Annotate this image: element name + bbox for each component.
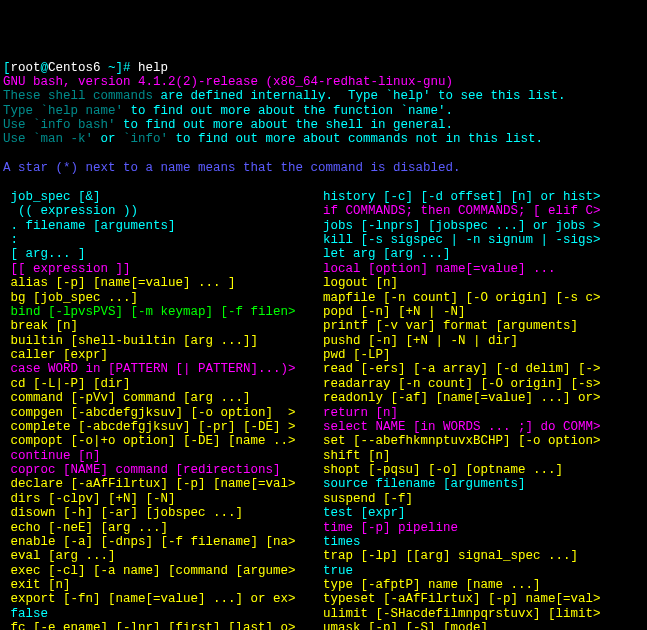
help-row: complete [-abcdefgjksuv] [-pr] [-DE] >se… [3,420,644,434]
help-item-right: ulimit [-SHacdefilmnpqrstuvx] [limit> [323,607,644,621]
help-row: eval [arg ...]trap [-lp] [[arg] signal_s… [3,549,644,563]
help-item-left: exit [n] [3,578,323,592]
help-item-right: umask [-p] [-S] [mode] [323,621,644,630]
help-row: declare [-aAfFilrtux] [-p] [name[=val>so… [3,477,644,491]
prompt-line: [root@Centos6 ~]# help [3,61,168,75]
help-item-right: logout [n] [323,276,644,290]
user: root [11,61,41,75]
help-item-left: [ arg... ] [3,247,323,261]
help-item-right: typeset [-aAfFilrtux] [-p] name[=val> [323,592,644,606]
help-row: alias [-p] [name[=value] ... ]logout [n] [3,276,644,290]
help-item-right: test [expr] [323,506,644,520]
help-item-left: disown [-h] [-ar] [jobspec ...] [3,506,323,520]
help-item-right: time [-p] pipeline [323,521,644,535]
help-row: caller [expr]pwd [-LP] [3,348,644,362]
help-item-right: history [-c] [-d offset] [n] or hist> [323,190,644,204]
help-item-left: coproc [NAME] command [redirections] [3,463,323,477]
help-item-right: readarray [-n count] [-O origin] [-s> [323,377,644,391]
help-row: coproc [NAME] command [redirections]shop… [3,463,644,477]
help-item-left: cd [-L|-P] [dir] [3,377,323,391]
help-row: [[ expression ]]local [option] name[=val… [3,262,644,276]
command-text: help [138,61,168,75]
help-item-right: jobs [-lnprs] [jobspec ...] or jobs > [323,219,644,233]
terminal[interactable]: [root@Centos6 ~]# help GNU bash, version… [3,61,644,631]
help-row: disown [-h] [-ar] [jobspec ...]test [exp… [3,506,644,520]
help-item-right: pwd [-LP] [323,348,644,362]
help-item-right: type [-afptP] name [name ...] [323,578,644,592]
help-row: bg [job_spec ...]mapfile [-n count] [-O … [3,291,644,305]
help-item-left: fc [-e ename] [-lnr] [first] [last] o> [3,621,323,630]
version-line: GNU bash, version 4.1.2(2)-release (x86_… [3,75,453,89]
help-row: echo [-neE] [arg ...]time [-p] pipeline [3,521,644,535]
help-item-left: echo [-neE] [arg ...] [3,521,323,535]
help-item-left: complete [-abcdefgjksuv] [-pr] [-DE] > [3,420,323,434]
help-row: enable [-a] [-dnps] [-f filename] [na>ti… [3,535,644,549]
help-row: fc [-e ename] [-lnr] [first] [last] o>um… [3,621,644,630]
help-item-right: readonly [-af] [name[=value] ...] or> [323,391,644,405]
help-item-right: select NAME [in WORDS ... ;] do COMM> [323,420,644,434]
help-item-right: printf [-v var] format [arguments] [323,319,644,333]
help-item-right: pushd [-n] [+N | -N | dir] [323,334,644,348]
host: Centos6 [48,61,101,75]
help-item-left: command [-pVv] command [arg ...] [3,391,323,405]
help-item-right: trap [-lp] [[arg] signal_spec ...] [323,549,644,563]
help-item-left: bg [job_spec ...] [3,291,323,305]
help-row: builtin [shell-builtin [arg ...]]pushd [… [3,334,644,348]
help-row: command [-pVv] command [arg ...]readonly… [3,391,644,405]
help-item-left: . filename [arguments] [3,219,323,233]
help-item-left: continue [n] [3,449,323,463]
help-row: exec [-cl] [-a name] [command [argume>tr… [3,564,644,578]
help-item-left: export [-fn] [name[=value] ...] or ex> [3,592,323,606]
help-item-right: times [323,535,644,549]
help-row: [ arg... ]let arg [arg ...] [3,247,644,261]
help-row: export [-fn] [name[=value] ...] or ex>ty… [3,592,644,606]
help-item-left: : [3,233,323,247]
help-item-left: builtin [shell-builtin [arg ...]] [3,334,323,348]
help-row: case WORD in [PATTERN [| PATTERN]...)>re… [3,362,644,376]
help-item-left: compopt [-o|+o option] [-DE] [name ..> [3,434,323,448]
help-item-right: let arg [arg ...] [323,247,644,261]
help-item-left: caller [expr] [3,348,323,362]
help-item-right: mapfile [-n count] [-O origin] [-s c> [323,291,644,305]
help-item-right: local [option] name[=value] ... [323,262,644,276]
help-row: falseulimit [-SHacdefilmnpqrstuvx] [limi… [3,607,644,621]
help-item-left: exec [-cl] [-a name] [command [argume> [3,564,323,578]
help-item-left: compgen [-abcdefgjksuv] [-o option] > [3,406,323,420]
help-item-right: true [323,564,644,578]
help-row: cd [-L|-P] [dir]readarray [-n count] [-O… [3,377,644,391]
help-item-left: [[ expression ]] [3,262,323,276]
help-item-right: kill [-s sigspec | -n signum | -sigs> [323,233,644,247]
help-row: job_spec [&]history [-c] [-d offset] [n]… [3,190,644,204]
help-row: exit [n]type [-afptP] name [name ...] [3,578,644,592]
help-item-right: shift [n] [323,449,644,463]
help-item-left: bind [-lpvsPVS] [-m keymap] [-f filen> [3,305,323,319]
help-row: break [n]printf [-v var] format [argumen… [3,319,644,333]
help-row: compgen [-abcdefgjksuv] [-o option] >ret… [3,406,644,420]
help-item-left: declare [-aAfFilrtux] [-p] [name[=val> [3,477,323,491]
help-item-left: (( expression )) [3,204,323,218]
help-row: (( expression ))if COMMANDS; then COMMAN… [3,204,644,218]
help-item-left: alias [-p] [name[=value] ... ] [3,276,323,290]
help-item-left: eval [arg ...] [3,549,323,563]
help-item-left: dirs [-clpv] [+N] [-N] [3,492,323,506]
star-note: A star (*) next to a name means that the… [3,161,461,175]
help-item-right: read [-ers] [-a array] [-d delim] [-> [323,362,644,376]
help-item-right: source filename [arguments] [323,477,644,491]
help-item-left: job_spec [&] [3,190,323,204]
help-item-left: enable [-a] [-dnps] [-f filename] [na> [3,535,323,549]
help-item-right: if COMMANDS; then COMMANDS; [ elif C> [323,204,644,218]
help-item-right: suspend [-f] [323,492,644,506]
help-item-right: popd [-n] [+N | -N] [323,305,644,319]
help-item-right: return [n] [323,406,644,420]
help-item-right: set [--abefhkmnptuvxBCHP] [-o option> [323,434,644,448]
help-item-left: case WORD in [PATTERN [| PATTERN]...)> [3,362,323,376]
help-row: bind [-lpvsPVS] [-m keymap] [-f filen>po… [3,305,644,319]
help-columns: job_spec [&]history [-c] [-d offset] [n]… [3,190,644,630]
help-row: compopt [-o|+o option] [-DE] [name ..>se… [3,434,644,448]
help-row: . filename [arguments]jobs [-lnprs] [job… [3,219,644,233]
help-row: dirs [-clpv] [+N] [-N]suspend [-f] [3,492,644,506]
help-item-left: break [n] [3,319,323,333]
help-row: continue [n]shift [n] [3,449,644,463]
help-item-left: false [3,607,323,621]
help-row: :kill [-s sigspec | -n signum | -sigs> [3,233,644,247]
